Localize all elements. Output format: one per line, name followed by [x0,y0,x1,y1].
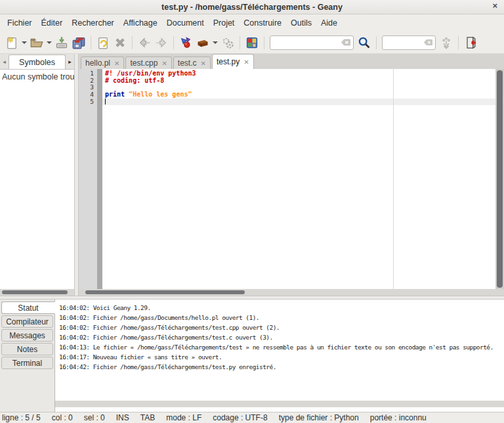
menu-item[interactable]: Document [162,16,209,30]
close-file-icon [114,36,127,49]
tab-close-icon[interactable]: ✕ [114,60,119,67]
messages-hscrollbar[interactable] [55,401,504,407]
search-button[interactable] [356,34,373,51]
goto-clear-icon[interactable] [424,39,432,46]
editor-vscrollbar[interactable] [495,69,504,289]
search-input[interactable] [273,36,341,49]
statusbar-item: INS [116,413,129,422]
compile-button[interactable] [177,34,194,51]
window-title: test.py - /home/gass/Téléchargements - G… [161,3,343,12]
build-button[interactable] [194,34,211,51]
menubar: FichierÉditerRechercherAffichageDocument… [0,14,504,32]
new-file-dropdown[interactable] [20,34,28,51]
open-file-button[interactable] [28,34,45,51]
menu-item[interactable]: Projet [209,16,240,30]
bottom-panel: Statut Compilateur Messages Notes Termin… [0,300,504,412]
run-icon [221,36,234,49]
status-message: 16:04:17: Nouveau fichier « sans titre »… [59,352,504,362]
menu-item[interactable]: Éditer [37,16,68,30]
run-button[interactable] [219,34,236,51]
line-number: 1 [79,70,97,78]
scrollbar-thumb[interactable] [497,70,503,288]
menu-item[interactable]: Construire [239,16,286,30]
nav-forward-icon [155,36,168,49]
statusbar-item: TAB [140,413,155,422]
sidebar-scroll-left-icon[interactable]: ◂ [0,55,9,69]
editor-tab[interactable]: test.py ✕ [212,54,254,69]
sidebar-hscrollbar[interactable] [0,289,74,296]
quit-button[interactable] [462,34,479,51]
line-number: 3 [79,84,97,91]
goto-line-button[interactable] [438,34,455,51]
revert-button[interactable] [94,34,112,51]
long-line-marker [393,69,394,289]
build-dropdown[interactable] [211,34,219,51]
code-line[interactable]: # coding: utf-8 [102,78,495,85]
dropdown-arrow-icon [213,41,218,45]
status-message: 16:04:02: Fichier /home/gass/Téléchargem… [59,323,504,332]
toolbar-separator [376,36,377,49]
close-file-button[interactable] [112,34,129,51]
goto-line-input[interactable] [385,36,424,49]
editor-tabbar: hello.pl ✕ test.cpp ✕ test.c ✕ test [79,54,504,69]
tab-label: test.c [178,58,197,68]
menu-item[interactable]: Fichier [3,16,37,30]
scrollbar-thumb[interactable] [85,290,245,294]
editor-tab[interactable]: test.cpp ✕ [125,56,171,69]
save-button[interactable] [53,34,70,51]
line-number-gutter: 12345 [79,69,97,289]
bottom-tab[interactable]: Terminal [1,357,53,369]
color-chooser-icon [245,36,259,49]
statusbar-item: mode : LF [166,413,201,422]
tab-close-icon[interactable]: ✕ [161,60,167,67]
nav-back-icon [138,36,151,49]
code-editor[interactable]: 12345 #! /usr/bin/env python3# coding: u… [79,69,504,289]
toolbar-separator [240,36,240,49]
toolbar [0,32,504,54]
bottom-tab[interactable]: Compilateur [1,315,53,328]
sidebar-splitter[interactable] [74,54,79,296]
search-icon [358,36,371,49]
search-entry[interactable] [270,35,354,50]
toolbar-separator [132,36,133,49]
goto-line-entry[interactable] [382,35,436,50]
editor-hscrollbar[interactable] [79,289,504,296]
search-clear-icon[interactable] [341,39,350,46]
code-area[interactable]: #! /usr/bin/env python3# coding: utf-8pr… [102,69,495,289]
sidebar-scroll-right-icon[interactable]: ▸ [66,55,74,69]
statusbar-item: col : 0 [52,413,73,422]
menu-item[interactable]: Aide [316,16,342,30]
save-all-button[interactable] [70,34,87,51]
menu-item[interactable]: Affichage [119,16,162,30]
bottom-tab[interactable]: Messages [1,329,53,342]
nav-forward-button[interactable] [153,34,170,51]
status-message-list[interactable]: 16:04:02: Voici Geany 1.29. 16:04:02: Fi… [55,300,504,412]
editor-tab[interactable]: test.c ✕ [173,56,211,69]
color-chooser-button[interactable] [243,34,261,51]
code-line[interactable]: print "Hello les gens" [102,91,495,99]
window-close-icon[interactable]: × [492,1,497,11]
bottom-tab[interactable]: Statut [1,301,55,314]
sidebar-tab-symbols[interactable]: Symboles [9,55,66,69]
bottom-tab[interactable]: Notes [1,343,53,355]
menu-item[interactable]: Rechercher [67,16,119,30]
symbols-empty-text: Aucun symbole trouv [0,70,74,289]
toolbar-separator [264,36,264,49]
toolbar-separator [91,36,91,49]
bottom-tabbar: Statut Compilateur Messages Notes Termin… [0,300,55,412]
goto-line-icon [440,36,453,49]
status-message: 16:04:02: Fichier /home/gass/Téléchargem… [59,332,504,342]
tab-close-icon[interactable]: ✕ [243,58,249,66]
nav-back-button[interactable] [136,34,153,51]
new-file-button[interactable] [3,34,20,51]
menu-item[interactable]: Outils [286,16,316,30]
tab-close-icon[interactable]: ✕ [201,60,206,67]
scrollbar-thumb[interactable] [2,290,68,294]
line-number: 5 [79,99,97,106]
statusbar-item: codage : UTF-8 [213,413,267,422]
fold-margin [97,69,102,289]
editor-tab[interactable]: hello.pl ✕ [81,56,124,69]
new-file-icon [5,36,18,49]
code-line[interactable] [102,99,495,106]
open-file-dropdown[interactable] [45,34,53,51]
